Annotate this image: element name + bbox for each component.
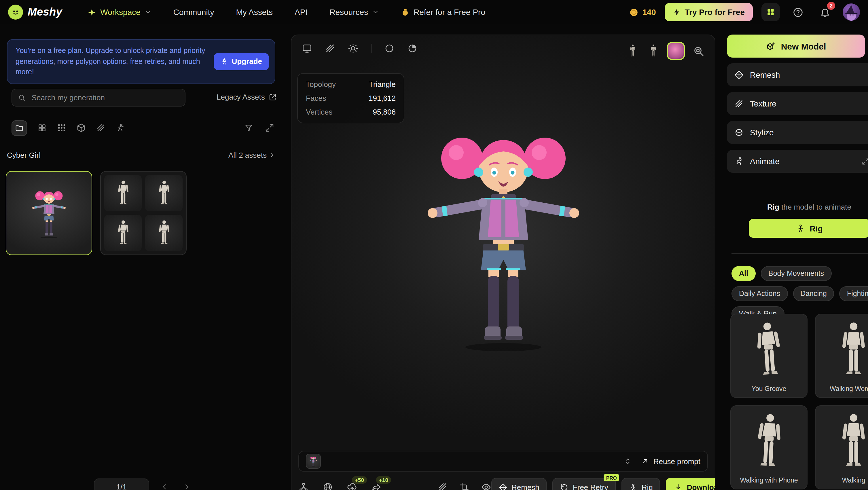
retexture-button[interactable] xyxy=(437,482,447,490)
matcap-button[interactable] xyxy=(384,43,395,54)
nav-community[interactable]: Community xyxy=(174,7,214,17)
filter-models-button[interactable] xyxy=(76,123,86,132)
variant-preview-selected[interactable] xyxy=(667,42,685,60)
download-button[interactable]: Download xyxy=(666,478,715,490)
folder-icon xyxy=(15,124,24,132)
asset-card-selected[interactable] xyxy=(6,171,92,255)
notifications-button[interactable]: 2 xyxy=(815,3,834,21)
eye-icon xyxy=(481,482,491,490)
variant-preview-1[interactable] xyxy=(625,42,639,60)
nav-api[interactable]: API xyxy=(294,7,308,17)
free-retry-button[interactable]: Free Retry PRO xyxy=(553,478,616,490)
inspect-model-button[interactable] xyxy=(692,42,706,60)
animation-card-you-groove[interactable]: You Groove xyxy=(730,314,808,398)
arrow-up-right-icon xyxy=(641,457,649,465)
asset-card-variants[interactable] xyxy=(100,171,187,255)
external-link-icon xyxy=(269,93,277,101)
free-plan-banner: You're on a free plan. Upgrade to unlock… xyxy=(7,39,275,84)
asset-group-all-link[interactable]: All 2 assets xyxy=(228,151,275,160)
primary-actions: Remesh Free Retry PRO Rig Download xyxy=(491,478,715,490)
animation-card-walking-woman[interactable]: Walking Woman xyxy=(815,314,868,398)
new-model-button[interactable]: New Model xyxy=(727,35,865,58)
meshy-logo[interactable]: Meshy xyxy=(8,5,62,20)
filter-chip-daily-actions[interactable]: Daily Actions xyxy=(732,286,788,301)
help-icon xyxy=(792,7,803,18)
apps-grid-button[interactable] xyxy=(762,3,780,21)
filter-animations-button[interactable] xyxy=(116,123,125,132)
filter-chip-body-movements[interactable]: Body Movements xyxy=(761,266,831,281)
nav-workspace[interactable]: Workspace xyxy=(88,7,152,17)
wireframe-toggle-button[interactable] xyxy=(325,43,335,54)
animation-card-walking[interactable]: Walking xyxy=(815,405,868,489)
nav-resources[interactable]: Resources xyxy=(330,7,379,17)
expand-icon xyxy=(862,157,868,165)
view-dense-grid-button[interactable] xyxy=(57,123,66,132)
animation-filter-chips: All Body Movements Daily Actions Dancing… xyxy=(732,266,868,321)
rig-hierarchy-button[interactable] xyxy=(298,482,309,490)
variant-grid xyxy=(104,175,183,251)
upgrade-button[interactable]: Upgrade xyxy=(214,53,269,70)
tool-remesh[interactable]: Remesh xyxy=(727,63,868,86)
bolt-icon xyxy=(673,8,681,16)
viewport-variant-switcher xyxy=(625,42,706,60)
tool-texture[interactable]: Texture xyxy=(727,92,868,115)
frame-view-button[interactable] xyxy=(459,482,469,490)
mesh-stats-panel: Topology Triangle Faces 191,612 Vertices… xyxy=(297,73,404,123)
meshy-logo-icon xyxy=(8,5,23,20)
view-grid-button[interactable] xyxy=(37,123,46,132)
credits-counter[interactable]: 140 xyxy=(629,7,656,17)
remesh-button[interactable]: Remesh xyxy=(491,478,547,490)
next-page-button[interactable] xyxy=(179,479,194,490)
nodes-icon xyxy=(298,482,309,490)
prev-page-button[interactable] xyxy=(157,479,172,490)
download-icon xyxy=(674,483,683,490)
reuse-prompt-button[interactable]: Reuse prompt xyxy=(641,457,701,465)
animation-grid: You Groove Walking Woman Walking with Ph… xyxy=(730,314,868,489)
rig-model-button[interactable]: Rig xyxy=(749,219,868,238)
try-pro-button[interactable]: Try Pro for Free xyxy=(664,3,753,21)
chevron-down-icon xyxy=(372,9,379,15)
animation-card-walking-with-phone[interactable]: Walking with Phone xyxy=(730,405,808,489)
lighting-button[interactable] xyxy=(348,43,358,54)
filter-chip-fighting[interactable]: Fighting xyxy=(839,286,868,301)
view-folders-button[interactable] xyxy=(11,120,27,136)
expand-sidebar-button[interactable] xyxy=(265,123,274,132)
prompt-image-thumbnail[interactable] xyxy=(306,454,321,469)
magnifier-model-icon xyxy=(693,45,705,57)
texture-icon xyxy=(734,99,744,108)
display-mode-button[interactable] xyxy=(302,43,312,54)
upload-community-button[interactable]: +50 xyxy=(347,482,358,490)
globe-icon xyxy=(322,482,333,490)
cube-icon xyxy=(76,123,86,132)
animate-icon xyxy=(734,157,744,166)
tool-stylize[interactable]: Stylize xyxy=(727,121,868,144)
filter-chip-dancing[interactable]: Dancing xyxy=(793,286,834,301)
tool-animate[interactable]: Animate xyxy=(727,150,868,173)
filter-textures-button[interactable] xyxy=(96,123,105,132)
publish-button[interactable] xyxy=(322,482,333,490)
share-button[interactable]: +10 xyxy=(372,482,382,490)
retry-icon xyxy=(560,483,569,490)
nav-refer[interactable]: Refer for a Free Pro xyxy=(401,7,485,17)
texture-icon xyxy=(96,123,105,132)
animate-expand-button[interactable] xyxy=(862,157,868,165)
search-input[interactable] xyxy=(31,93,179,102)
variant-preview-2[interactable] xyxy=(646,42,660,60)
filter-chip-all[interactable]: All xyxy=(732,266,756,281)
avatar[interactable] xyxy=(843,3,860,21)
prompt-bar: Reuse prompt xyxy=(298,451,708,471)
nav-my-assets[interactable]: My Assets xyxy=(236,7,273,17)
share-bonus-badge: +10 xyxy=(376,476,391,484)
chevron-down-icon xyxy=(145,9,152,15)
uv-check-button[interactable] xyxy=(407,43,417,54)
sphere-quarter-icon xyxy=(407,43,417,54)
help-button[interactable] xyxy=(788,3,807,21)
prompt-expand-button[interactable] xyxy=(624,457,632,465)
model-viewport[interactable]: Topology Triangle Faces 191,612 Vertices… xyxy=(291,35,715,490)
sort-filter-button[interactable] xyxy=(244,123,253,132)
rig-hint-text: Rig the model to animate xyxy=(727,203,868,211)
legacy-assets-link[interactable]: Legacy Assets xyxy=(217,93,277,101)
showcase-button[interactable] xyxy=(481,482,491,490)
brand-name: Meshy xyxy=(28,6,62,19)
rig-action-button[interactable]: Rig xyxy=(621,478,660,490)
